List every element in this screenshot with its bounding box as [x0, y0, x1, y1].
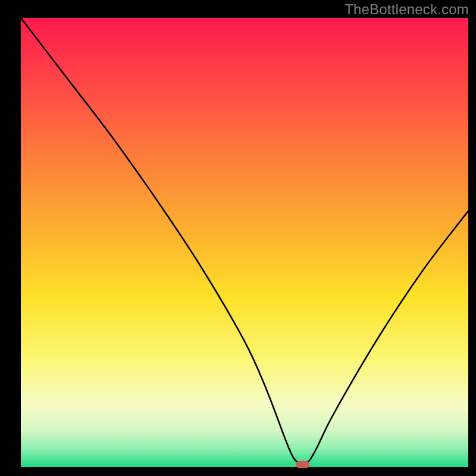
bottleneck-chart [0, 0, 476, 476]
chart-frame: TheBottleneck.com [0, 0, 476, 476]
watermark-text: TheBottleneck.com [345, 1, 469, 18]
optimal-point-marker [296, 461, 309, 468]
plot-background [21, 18, 468, 467]
